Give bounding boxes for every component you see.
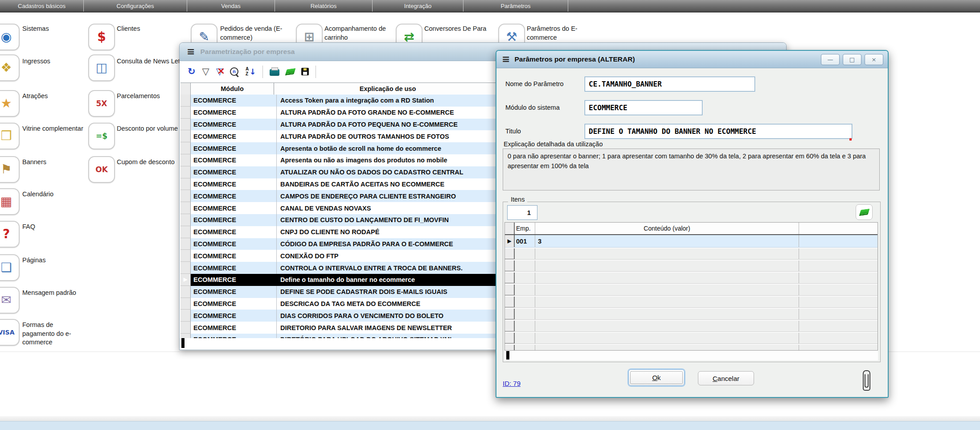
shortcut-label-clientes[interactable]: Clientes [117,25,188,33]
header-explicacao[interactable]: Explicação de uso [274,83,502,95]
clear-itens-button[interactable] [856,204,873,220]
shortcut-ingressos[interactable]: ❖ [0,54,20,81]
maximize-button[interactable]: □ [843,54,861,65]
cell-module: ECOMMERCE [191,154,277,166]
cell-valor: 3 [535,235,799,247]
clear-filter-icon[interactable]: ▽× [216,67,223,76]
menu-integracao[interactable]: Integração [373,0,463,12]
cell-description: CONEXÃO DO FTP [277,250,508,262]
menu-relatorios[interactable]: Relatórios [275,0,373,12]
cell-module: ECOMMERCE [191,142,277,154]
shortcut-banners[interactable]: ⚑ [0,156,20,183]
header-emp[interactable]: Emp. [515,223,535,234]
explicacao-memo[interactable]: 0 para não apresentar o banner; 1 para a… [503,149,880,190]
close-button[interactable]: × [865,54,883,65]
minimize-button[interactable]: — [821,54,840,65]
shortcut-label-sistemas[interactable]: Sistemas [22,25,94,33]
cell-description: DIRETORIO PARA SALVAR IMAGENS DE NEWSLET… [277,322,508,334]
cell-description: Apresenta ou não as imagens dos produtos… [277,154,508,166]
cell-description: CNPJ DO CLIENTE NO RODAPÉ [277,226,508,238]
cell-module: ECOMMERCE [191,286,277,298]
shortcut-label-desconto-volume[interactable]: Desconto por volume [117,124,179,133]
window-controls: — □ × [821,54,883,65]
shortcut-label-parcelamentos[interactable]: Parcelamentos [117,92,188,101]
cell-description: CENTRO DE CUSTO DO LANÇAMENTO DE FI_MOVF… [277,214,508,226]
coupon-ok-icon: OK [95,166,108,174]
filter-icon[interactable]: ▽ [202,67,209,76]
id-link[interactable]: ID: 79 [503,380,521,387]
itens-grid-empty-row [505,344,877,351]
shortcut-cupom[interactable]: OK [88,156,115,183]
shortcut-label-mensagem-padrao[interactable]: Mensagem padrão [22,289,94,298]
sort-az-icon[interactable]: AZ↓ [246,67,256,76]
menu-parametros[interactable]: Parâmetros [463,0,568,12]
menu-cadastros-basicos[interactable]: Cadastros básicos [0,0,84,12]
newsletter-icon: ◫ [96,62,107,74]
itens-count-field[interactable]: 1 [507,205,537,220]
itens-grid-row[interactable]: ▶ 001 3 [505,235,877,248]
shortcut-label-paginas[interactable]: Páginas [22,256,94,265]
cancel-label: Cancelar [713,375,739,382]
shortcut-label-atracoes[interactable]: Atrações [22,92,94,101]
menu-vendas[interactable]: Vendas [187,0,275,12]
save-icon[interactable] [301,68,309,75]
shortcut-mensagem-padrao[interactable]: ✉ [0,287,20,314]
shortcut-clientes[interactable]: $ [88,24,115,50]
shortcut-formas-pagamento[interactable]: VISA [0,319,20,346]
cell-module: ECOMMERCE [191,95,277,107]
nome-parametro-field[interactable]: CE.TAMANHO_BANNER [585,77,755,91]
order-pencil-icon: ✎ [199,31,209,43]
ok-button[interactable]: Ok [628,369,685,386]
cell-module: ECOMMERCE [191,238,277,250]
cell-description: ATUALIZAR OU NÃO OS DADOS DO CADASTRO CE… [277,166,508,178]
header-selector-column [180,83,191,95]
window-menu-icon[interactable]: ≡ [502,54,510,64]
print-icon[interactable] [270,69,279,76]
shortcut-label-pedidos-venda[interactable]: Pedidos de venda (E-commerce) [220,25,287,42]
shortcut-label-formas-pagamento[interactable]: Formas de pagamento do e-commerce [22,321,85,347]
shortcut-calendario[interactable]: ▦ [0,188,20,215]
eraser-icon[interactable] [285,68,296,75]
shortcut-label-calendario[interactable]: Calendário [22,190,94,199]
row-selector [180,286,191,298]
status-strip [0,416,980,421]
shortcut-parcelamentos[interactable]: 5X [88,90,115,117]
titulo-field[interactable]: DEFINE O TAMANHO DO BANNER NO ECOMMERCE [585,124,852,139]
shortcut-paginas[interactable]: ❑ [0,254,20,281]
dialog-title: Parâmetros por empresa (ALTERAR) [514,55,635,63]
cell-description: CÓDIGO DA EMPRESA PADRÃO PARA O E-COMMER… [277,238,508,250]
cell-module: ECOMMERCE [191,262,277,274]
cell-description: BANDEIRAS DE CARTÃO ACEITAS NO ECOMMERCE [277,178,508,190]
cell-description: CAMPOS DE ENDEREÇO PARA CLIENTE ESTRANGE… [277,190,508,202]
eraser-icon [859,208,869,216]
shortcut-label-vitrine[interactable]: Vitrine complementar [22,124,85,133]
shortcut-newsletter[interactable]: ◫ [88,54,115,81]
shortcut-label-faq[interactable]: FAQ [22,223,94,232]
cell-module: ECOMMERCE [191,130,277,142]
cell-description: DIRETÓRIO PARA UPLOAD DO ARQUIVO SITEMAP… [277,334,508,338]
menu-configuracoes[interactable]: Configurações [84,0,187,12]
refresh-icon[interactable]: ↻ [188,67,196,76]
shortcut-label-ingressos[interactable]: Ingressos [22,57,94,66]
application-window: Cadastros básicos Configurações Vendas R… [0,0,980,430]
nome-parametro-label: Nome do Parâmetro [505,80,564,87]
edit-cursor-mark [181,338,185,348]
shortcut-sistemas[interactable]: ◉ [0,24,20,50]
header-modulo[interactable]: Módulo [191,83,274,95]
modulo-sistema-field[interactable]: ECOMMERCE [585,100,702,115]
shortcut-vitrine[interactable]: ❒ [0,123,20,149]
shortcut-faq[interactable]: ? [0,221,20,248]
shortcut-desconto-volume[interactable]: =$ [88,123,115,149]
convert-arrows-icon: ⇄ [404,31,414,43]
window-menu-icon[interactable]: ≡ [187,47,195,57]
shortcut-label-banners[interactable]: Banners [22,158,94,167]
shortcut-label-acompanhamento-carrinho[interactable]: Acompanhamento de carrinho [324,25,400,42]
shortcut-atracoes[interactable]: ★ [0,90,20,117]
cancel-button[interactable]: Cancelar [698,371,754,385]
shortcut-label-parametros-ecommerce[interactable]: Parâmetros do E-commerce [527,25,594,42]
paperclip-attachment-icon[interactable] [863,370,870,391]
find-icon[interactable]: n [230,67,239,76]
header-conteudo[interactable]: Conteúdo (valor) [535,223,799,234]
shortcut-label-conversores[interactable]: Conversores De Para [424,25,491,33]
row-selector [180,250,191,262]
